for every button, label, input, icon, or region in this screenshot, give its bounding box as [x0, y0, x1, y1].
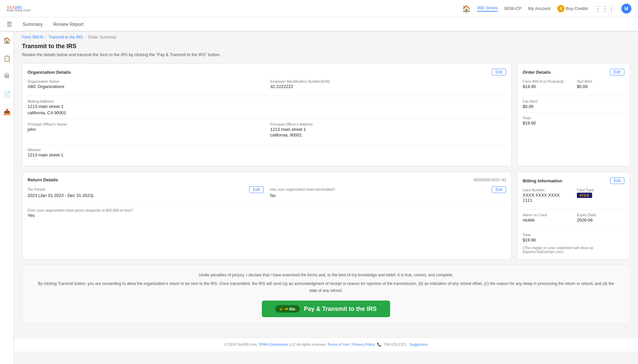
statement-note: (The charge on your statement will show … — [523, 246, 624, 254]
order-details-title: Order Details — [523, 70, 551, 75]
officer-address-col: Principal Officer's Address: 1213 main s… — [270, 122, 506, 141]
nav-my-account[interactable]: My Account — [528, 6, 551, 11]
header-nav: 🏠 990 Series 8038-CP My Account S Buy Cr… — [462, 4, 631, 14]
breadcrumb-transmit[interactable]: Transmit to the IRS — [49, 35, 83, 40]
form-price-value: $19.90 — [523, 84, 570, 89]
tax-period-terminated-row: Tax Period: Edit 2023 (Jan 01 2023 - Dec… — [28, 186, 506, 201]
return-details-title: Return Details — [28, 177, 58, 182]
tax-period-value: 2023 (Jan 01 2023 - Dec 31 2023) — [28, 193, 264, 198]
sidebar-icon-institution[interactable]: 🏛 — [2, 71, 12, 82]
footer-suggestion[interactable]: Suggestion — [409, 342, 428, 346]
order-total-label: Total: — [523, 116, 624, 120]
footer-privacy-link[interactable]: Privacy Policy — [352, 342, 375, 346]
transmit-button[interactable]: e ➜ file Pay & Transmit to the IRS — [262, 301, 390, 317]
breadcrumb-form[interactable]: Form 990-N — [22, 35, 43, 40]
return-divider — [28, 205, 506, 205]
billing-divider-2 — [523, 229, 624, 229]
form-price-col: Form 990-N (e-Postcard): $19.90 — [523, 79, 570, 92]
footer-all-rights: All rights reserved. — [296, 342, 327, 346]
org-name-label: Organization Name: — [28, 79, 264, 83]
order-divider-1 — [523, 96, 624, 96]
officer-address-line1: 1213 main street 1 — [270, 127, 506, 132]
top-nav: ☰ Summary Review Report — [0, 17, 638, 31]
terminated-value: No — [270, 193, 506, 198]
billing-edit-button[interactable]: Edit — [610, 177, 624, 184]
efile-text: file — [289, 307, 295, 312]
nav-8038cp[interactable]: 8038-CP — [504, 6, 521, 11]
billing-title: Billing Information — [523, 178, 562, 183]
divider-3 — [28, 144, 506, 144]
ein-label: Employer Identification Number(EIN): — [270, 79, 506, 83]
home-icon[interactable]: 🏠 — [462, 5, 471, 13]
disclaimer-line1: Under penalties of perjury, I declare th… — [36, 272, 616, 278]
fax-alert-value: $0.00 — [523, 104, 624, 109]
nav-summary[interactable]: Summary — [17, 17, 48, 31]
terminated-label: Has your organization been terminated? — [270, 187, 335, 191]
visa-badge: VISA — [577, 193, 592, 198]
divider-1 — [28, 96, 506, 96]
return-id: 4B0009924697-40 — [473, 178, 506, 182]
breadcrumb-sep-1: › — [45, 35, 47, 40]
sidebar-icon-upload[interactable]: 📤 — [1, 106, 13, 118]
disclaimer-text: Under penalties of perjury, I declare th… — [36, 272, 616, 294]
order-details-card: Order Details Edit Form 990-N (e-Postcar… — [517, 63, 630, 166]
website-value: 1213 main street 1 — [28, 152, 506, 157]
header: TAX990 Keep Doing Good 🏠 990 Series 8038… — [0, 0, 638, 17]
buy-credits[interactable]: S Buy Credits — [557, 5, 588, 12]
org-details-edit-button[interactable]: Edit — [492, 69, 506, 75]
menu-button[interactable]: ☰ — [7, 21, 12, 28]
sidebar-icon-document[interactable]: 📄 — [1, 88, 13, 100]
user-avatar[interactable]: M — [621, 4, 631, 14]
expiry-label: Expiry Date: — [577, 213, 624, 217]
card-number-label: Card Number: — [523, 188, 570, 192]
order-details-header: Order Details Edit — [523, 69, 624, 75]
billing-divider-1 — [523, 209, 624, 210]
name-on-card-col: Name on Card: nickkk — [523, 213, 570, 226]
divider-2 — [28, 119, 506, 119]
content-area: Transmit to the IRS Review the details b… — [14, 43, 638, 334]
footer-terms-link[interactable]: Terms of Use — [328, 342, 349, 346]
main-content: Form 990-N › Transmit to the IRS › Order… — [14, 32, 638, 364]
footer-span-link[interactable]: SPAN Enterprises LLC — [259, 342, 296, 346]
expiry-col: Expiry Date: 2026-06 — [577, 213, 624, 226]
transmit-button-label: Pay & Transmit to the IRS — [304, 306, 376, 313]
ein-col: Employer Identification Number(EIN): 32-… — [270, 79, 506, 92]
text-alert-label: Text Alert: — [577, 79, 624, 83]
tax-period-edit-button[interactable]: Edit — [249, 186, 264, 193]
terminated-col: Has your organization been terminated? E… — [270, 186, 506, 201]
sidebar-icon-clipboard[interactable]: 📋 — [1, 53, 13, 64]
footer: © 2024 Tax990.com, SPAN Enterprises LLC … — [14, 337, 638, 351]
card-number-col: Card Number: XXXX XXXX XXXX 1111 — [523, 188, 570, 206]
gross-recipients-value: Yes — [28, 213, 506, 218]
logo: TAX990 Keep Doing Good — [7, 5, 31, 12]
disclaimer-line2: By clicking Transmit button, you are con… — [36, 280, 616, 294]
officer-name-col: Principal Officer's Name: john — [28, 122, 264, 141]
officer-address-line2: california, 90001 — [270, 133, 506, 137]
apps-icon[interactable]: ⋮⋮⋮ — [595, 5, 615, 13]
footer-copy: © 2024 Tax990.com, — [224, 342, 258, 346]
org-details-header: Organization Details Edit — [28, 69, 506, 75]
text-alert-col: Text Alert: $0.00 — [577, 79, 624, 92]
nav-990-series[interactable]: 990 Series — [477, 5, 498, 12]
efile-logo: e ➜ file — [275, 305, 300, 313]
card-number-type-row: Card Number: XXXX XXXX XXXX 1111 Card Ty… — [523, 188, 624, 206]
buy-credits-label: Buy Credits — [566, 6, 588, 11]
mailing-address-line2: california, CA 90001 — [28, 110, 506, 115]
org-name-value: ABC Organizations — [28, 84, 264, 89]
fax-alert-label: Fax Alert: — [523, 99, 624, 103]
top-cards-row: Organization Details Edit Organization N… — [22, 63, 630, 166]
page-description: Review the details below and transmit th… — [22, 52, 630, 57]
sidebar-icon-home[interactable]: 🏠 — [1, 35, 13, 46]
nav-review-report[interactable]: Review Report — [48, 17, 89, 31]
officer-name-value: john — [28, 127, 264, 132]
disclaimer-box: Under penalties of perjury, I declare th… — [22, 265, 630, 324]
org-name-ein-row: Organization Name: ABC Organizations Emp… — [28, 79, 506, 92]
sidebar: 🏠 📋 🏛 📄 📤 — [0, 32, 14, 364]
mailing-address-label: Mailing Address: — [28, 99, 506, 103]
billing-card: Billing Information Edit Card Number: XX… — [517, 172, 630, 259]
card-number-value: XXXX XXXX XXXX 1111 — [523, 193, 570, 203]
efile-e: e — [280, 307, 282, 312]
footer-pipe1: | — [350, 342, 351, 346]
order-details-edit-button[interactable]: Edit — [610, 69, 624, 75]
terminated-edit-button[interactable]: Edit — [492, 186, 506, 193]
